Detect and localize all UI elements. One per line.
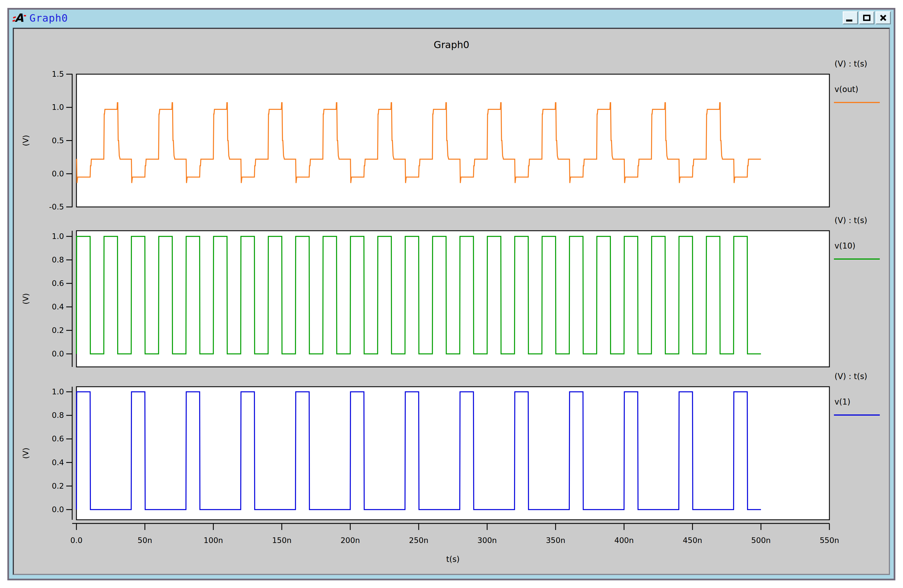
plot-area-v1[interactable] [76, 387, 829, 520]
x-axis-label: t(s) [446, 555, 459, 564]
y-tick-label-v1: 0.6 [52, 434, 64, 443]
y-tick-label-v1: 0.2 [52, 481, 64, 491]
waveform-chart: 1.51.00.50.0-0.5(V)(V) : t(s)v(out)1.00.… [0, 0, 903, 588]
y-tick-label-v1: 0.0 [52, 505, 64, 514]
y-tick-label-vout: 1.5 [52, 70, 64, 79]
x-tick-label: 350n [546, 536, 565, 545]
y-tick-label-v10: 0.6 [52, 279, 64, 288]
y-axis-label-v1: (V) [21, 448, 30, 459]
legend-trace-name-v1[interactable]: v(1) [834, 397, 850, 407]
x-tick-label: 50n [138, 536, 152, 545]
legend-header-vout: (V) : t(s) [834, 59, 867, 69]
x-tick-label: 300n [478, 536, 497, 545]
x-tick-label: 250n [409, 536, 429, 545]
y-tick-label-vout: 1.0 [52, 103, 64, 112]
legend-header-v1: (V) : t(s) [834, 372, 867, 381]
plot-area-vout[interactable] [76, 74, 829, 207]
y-axis-label-v10: (V) [21, 293, 30, 305]
y-tick-label-v10: 0.2 [52, 326, 64, 335]
y-tick-label-v1: 0.8 [52, 411, 64, 420]
y-tick-label-v10: 0.4 [52, 302, 64, 311]
y-tick-label-vout: -0.5 [49, 203, 64, 211]
y-tick-label-v1: 0.4 [52, 458, 64, 467]
y-tick-label-vout: 0.5 [52, 136, 64, 145]
y-axis-label-vout: (V) [21, 135, 30, 146]
x-tick-label: 0.0 [71, 536, 83, 545]
x-tick-label: 200n [341, 536, 360, 545]
x-tick-label: 450n [683, 536, 702, 545]
legend-trace-name-vout[interactable]: v(out) [834, 85, 858, 94]
x-tick-label: 400n [614, 536, 634, 545]
legend-header-v10: (V) : t(s) [834, 216, 867, 225]
y-tick-label-v10: 1.0 [52, 232, 64, 241]
y-tick-label-v10: 0.8 [52, 255, 64, 264]
y-tick-label-v10: 0.0 [52, 349, 64, 358]
x-tick-label: 550n [820, 536, 839, 545]
legend-trace-name-v10[interactable]: v(10) [834, 241, 856, 250]
x-tick-label: 100n [203, 536, 223, 545]
y-tick-label-vout: 0.0 [52, 169, 64, 178]
y-tick-label-v1: 1.0 [52, 387, 64, 396]
plot-area-v10[interactable] [76, 231, 829, 367]
x-tick-label: 150n [272, 536, 291, 545]
x-tick-label: 500n [751, 536, 771, 545]
